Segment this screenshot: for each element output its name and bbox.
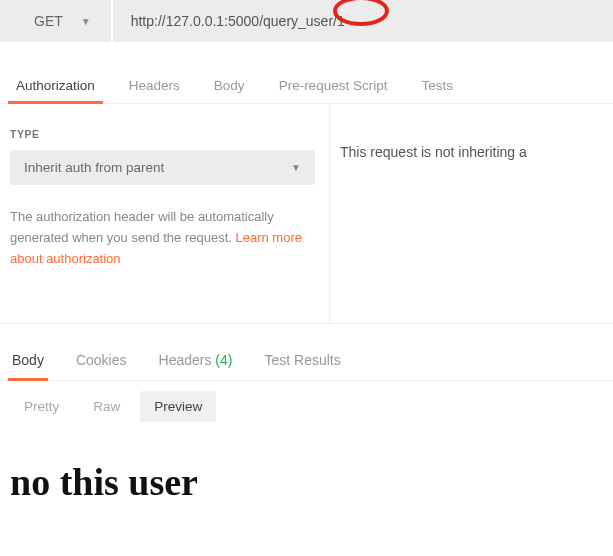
auth-type-select[interactable]: Inherit auth from parent ▼: [10, 150, 315, 185]
auth-help-text: The authorization header will be automat…: [10, 207, 319, 269]
auth-right-pane: This request is not inheriting a: [330, 104, 613, 323]
url-input[interactable]: http://127.0.0.1:5000/query_user/1: [113, 0, 613, 42]
tab-authorization[interactable]: Authorization: [8, 68, 103, 103]
auth-type-label: TYPE: [10, 128, 319, 140]
response-tab-cookies[interactable]: Cookies: [72, 340, 131, 380]
tab-headers[interactable]: Headers: [121, 68, 188, 103]
url-value: http://127.0.0.1:5000/query_user/1: [131, 13, 345, 29]
view-preview[interactable]: Preview: [140, 391, 216, 422]
response-headers-label: Headers: [159, 352, 216, 368]
auth-inherit-message: This request is not inheriting a: [340, 144, 527, 160]
authorization-panel: TYPE Inherit auth from parent ▼ The auth…: [0, 104, 613, 324]
response-tab-body[interactable]: Body: [8, 340, 48, 380]
response-tab-test-results[interactable]: Test Results: [260, 340, 344, 380]
response-body-preview: no this user: [0, 432, 613, 514]
view-pretty[interactable]: Pretty: [10, 391, 73, 422]
chevron-down-icon: ▼: [291, 162, 301, 173]
http-method-select[interactable]: GET ▼: [0, 0, 111, 42]
response-headers-count: (4): [215, 352, 232, 368]
response-tab-headers[interactable]: Headers (4): [155, 340, 237, 380]
tab-tests[interactable]: Tests: [413, 68, 461, 103]
request-bar: GET ▼ http://127.0.0.1:5000/query_user/1: [0, 0, 613, 42]
auth-type-value: Inherit auth from parent: [24, 160, 164, 175]
chevron-down-icon: ▼: [81, 16, 91, 27]
response-tabs: Body Cookies Headers (4) Test Results: [0, 340, 613, 381]
tab-body[interactable]: Body: [206, 68, 253, 103]
tab-prerequest-script[interactable]: Pre-request Script: [271, 68, 396, 103]
request-tabs: Authorization Headers Body Pre-request S…: [0, 68, 613, 104]
view-raw[interactable]: Raw: [79, 391, 134, 422]
auth-left-pane: TYPE Inherit auth from parent ▼ The auth…: [0, 104, 330, 323]
auth-help-prefix: The authorization header will be automat…: [10, 209, 274, 245]
response-view-modes: Pretty Raw Preview: [0, 381, 613, 432]
http-method-label: GET: [34, 13, 63, 29]
